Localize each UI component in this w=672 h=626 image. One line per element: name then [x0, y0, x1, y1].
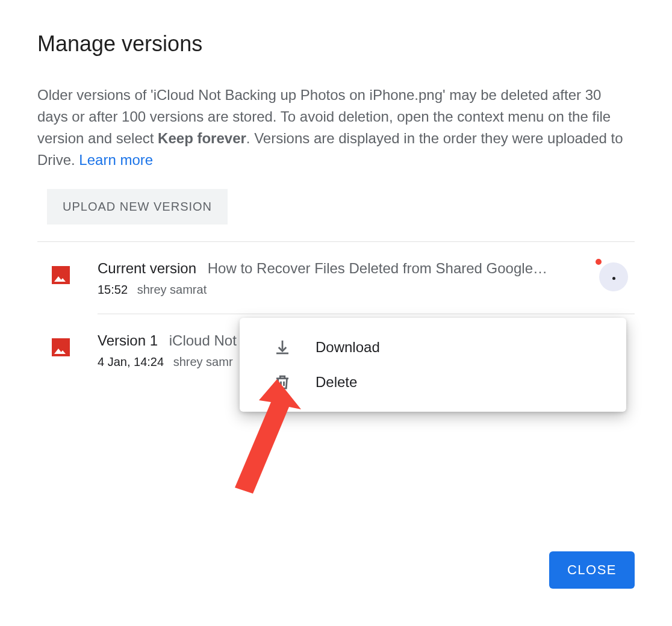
more-vertical-icon — [612, 277, 615, 280]
menu-item-download[interactable]: Download — [240, 330, 626, 365]
version-label: Current version — [98, 260, 196, 276]
version-time: 15:52 — [98, 283, 128, 296]
menu-item-delete-label: Delete — [316, 374, 357, 391]
version-row-current: Current version How to Recover Files Del… — [37, 242, 635, 314]
version-label: Version 1 — [98, 332, 158, 349]
version-meta-line: 15:52 shrey samrat — [98, 283, 593, 297]
dialog-title: Manage versions — [37, 31, 635, 57]
version-user: shrey samr — [173, 355, 233, 368]
download-icon — [273, 338, 291, 356]
description-bold: Keep forever — [158, 130, 246, 146]
dialog-description: Older versions of 'iCloud Not Backing up… — [37, 84, 635, 171]
version-time: 4 Jan, 14:24 — [98, 355, 164, 368]
version-filename: How to Recover Files Deleted from Shared… — [208, 260, 547, 276]
menu-item-download-label: Download — [316, 339, 380, 356]
close-button[interactable]: CLOSE — [549, 551, 635, 589]
image-file-icon — [52, 338, 70, 356]
more-options-button[interactable] — [599, 262, 628, 291]
version-body: Current version How to Recover Files Del… — [98, 260, 593, 297]
version-user: shrey samrat — [137, 283, 207, 296]
menu-item-delete[interactable]: Delete — [240, 365, 626, 400]
annotation-highlight-box — [596, 259, 602, 265]
version-actions-col — [593, 260, 635, 291]
file-icon-col — [37, 260, 98, 284]
trash-icon — [273, 373, 291, 391]
upload-new-version-button[interactable]: UPLOAD NEW VERSION — [47, 189, 228, 225]
file-icon-col — [37, 332, 98, 356]
image-file-icon — [52, 266, 70, 284]
version-title-line: Current version How to Recover Files Del… — [98, 260, 593, 277]
learn-more-link[interactable]: Learn more — [79, 152, 153, 168]
version-filename: iCloud Not — [169, 332, 237, 349]
version-context-menu: Download Delete — [240, 318, 626, 412]
